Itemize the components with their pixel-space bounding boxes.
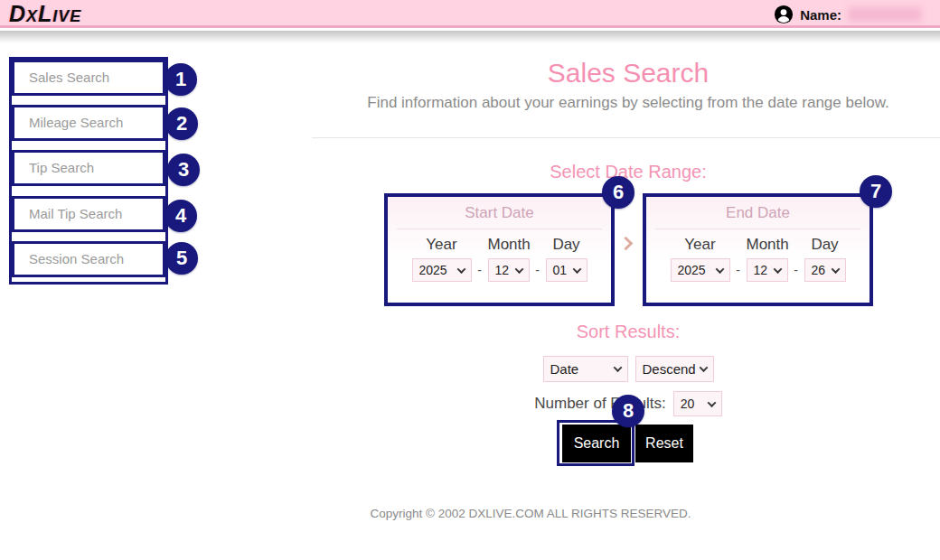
chevron-down-icon <box>715 265 724 274</box>
chevron-down-icon <box>613 363 622 372</box>
chevron-down-icon <box>699 363 708 372</box>
reset-button[interactable]: Reset <box>635 425 693 462</box>
end-date-panel: End Date Year Month Day 2025 - 12 - 26 <box>643 193 873 306</box>
annotation-badge-4: 4 <box>164 200 197 232</box>
section-divider <box>312 137 940 138</box>
date-separator: - <box>788 263 804 277</box>
annotation-badge-6: 6 <box>602 176 634 209</box>
annotation-badge-7: 7 <box>860 175 892 208</box>
results-count-label: Number of Results: <box>534 395 666 413</box>
annotation-badge-1: 1 <box>164 63 197 96</box>
day-label: Day <box>546 236 588 254</box>
chevron-down-icon <box>572 265 581 274</box>
start-date-title: Start Date <box>388 204 611 222</box>
top-bar-shadow <box>0 31 940 43</box>
sidebar-item-mileage-search[interactable]: Mileage Search <box>12 105 165 141</box>
sidebar-item-mail-tip-search[interactable]: Mail Tip Search <box>12 196 165 232</box>
chevron-down-icon <box>707 398 716 407</box>
sort-field-select[interactable]: Date <box>543 356 628 382</box>
start-date-panel: Start Date Year Month Day 2025 - 12 - 01 <box>384 193 615 306</box>
start-year-select[interactable]: 2025 <box>412 258 472 282</box>
sidebar-item-session-search[interactable]: Session Search <box>12 241 165 277</box>
page-title: Sales Search <box>316 58 940 89</box>
start-month-select[interactable]: 12 <box>488 258 530 282</box>
arrow-right-icon <box>619 237 634 251</box>
annotation-badge-2: 2 <box>165 107 198 140</box>
user-icon <box>774 5 794 24</box>
date-separator: - <box>472 263 488 277</box>
month-label: Month <box>747 236 788 254</box>
start-day-select[interactable]: 01 <box>546 258 588 282</box>
search-button[interactable]: Search <box>562 425 631 462</box>
sidebar-item-tip-search[interactable]: Tip Search <box>12 150 165 186</box>
sort-order-select[interactable]: Descend <box>635 356 714 382</box>
date-separator: - <box>730 263 747 277</box>
sort-results-heading: Sort Results: <box>316 322 940 342</box>
panel-divider <box>397 229 602 229</box>
end-date-title: End Date <box>646 204 870 222</box>
chevron-down-icon <box>456 265 465 274</box>
annotation-badge-8: 8 <box>612 395 644 427</box>
date-separator: - <box>530 263 546 277</box>
results-count-select[interactable]: 20 <box>673 391 722 416</box>
page: DxLive Name: Sales Search Mileage Search… <box>0 0 940 560</box>
page-subtitle: Find information about your earnings by … <box>316 94 940 112</box>
month-label: Month <box>488 236 530 254</box>
copyright-text: Copyright © 2002 DXLIVE.COM ALL RIGHTS R… <box>370 507 691 520</box>
annotation-badge-5: 5 <box>165 242 198 275</box>
panel-divider <box>655 229 860 229</box>
name-label: Name: <box>800 7 841 23</box>
annotation-badge-3: 3 <box>167 154 200 186</box>
chevron-down-icon <box>514 265 523 274</box>
day-label: Day <box>804 236 846 254</box>
chevron-down-icon <box>773 265 782 274</box>
redacted-username <box>848 7 922 22</box>
end-month-select[interactable]: 12 <box>747 258 788 282</box>
end-day-select[interactable]: 26 <box>804 258 846 282</box>
sidebar-item-sales-search[interactable]: Sales Search <box>12 60 165 96</box>
year-label: Year <box>671 236 730 254</box>
chevron-down-icon <box>831 265 840 274</box>
end-year-select[interactable]: 2025 <box>671 258 730 282</box>
year-label: Year <box>412 236 472 254</box>
dxlive-logo[interactable]: DxLive <box>9 1 81 27</box>
account-area: Name: <box>774 5 922 24</box>
